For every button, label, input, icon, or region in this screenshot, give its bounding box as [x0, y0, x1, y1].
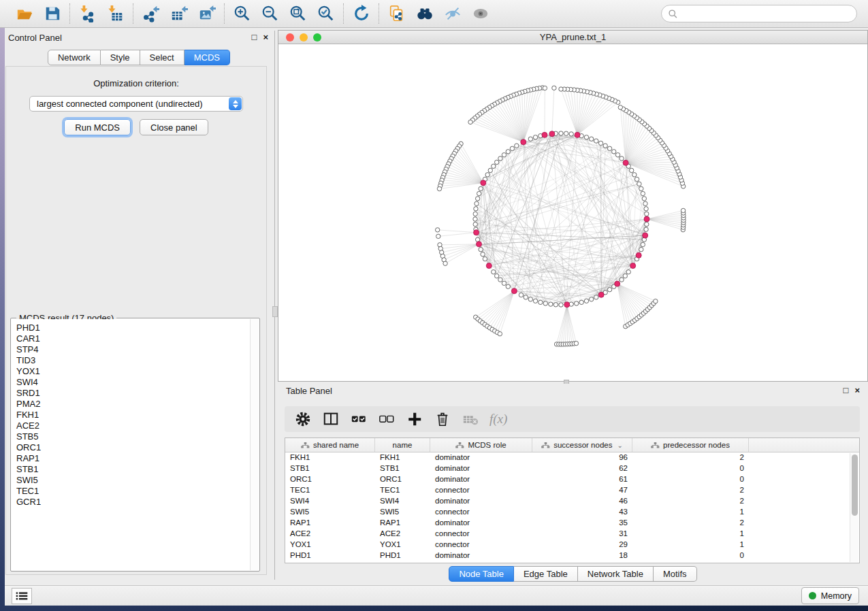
network-window-titlebar[interactable]: YPA_prune.txt_1: [278, 31, 867, 44]
optimization-criterion-dropdown[interactable]: largest connected component (undirected): [29, 96, 243, 112]
graph-node[interactable]: [637, 182, 641, 186]
import-network-button[interactable]: [78, 5, 97, 23]
plus-button[interactable]: [406, 410, 423, 428]
graph-hub-node[interactable]: [477, 242, 482, 247]
graph-node[interactable]: [589, 297, 593, 301]
column-header-name[interactable]: name: [375, 438, 430, 452]
maximize-window-icon[interactable]: [313, 33, 321, 42]
checkboxes-unchecked-button[interactable]: [378, 410, 396, 428]
graph-hub-node[interactable]: [474, 230, 479, 235]
tab-style[interactable]: Style: [101, 50, 140, 65]
table-row[interactable]: STB1STB1dominator620: [285, 463, 859, 474]
mcds-result-item[interactable]: STP4: [16, 344, 259, 355]
tab-network-table[interactable]: Network Table: [578, 566, 654, 582]
graph-node[interactable]: [502, 281, 506, 285]
graph-node[interactable]: [632, 173, 637, 177]
graph-node[interactable]: [575, 301, 579, 306]
checkboxes-checked-button[interactable]: [350, 410, 368, 428]
graph-node[interactable]: [629, 168, 633, 172]
mcds-result-item[interactable]: TEC1: [16, 486, 259, 497]
zoom-in-button[interactable]: [233, 5, 251, 23]
table-row[interactable]: FKH1FKH1dominator962: [285, 452, 859, 463]
graph-node[interactable]: [643, 201, 647, 205]
graph-hub-node[interactable]: [481, 180, 486, 186]
graph-hub-node[interactable]: [643, 233, 648, 238]
graph-node[interactable]: [524, 295, 528, 299]
graph-node[interactable]: [485, 173, 489, 177]
graph-leaf-node[interactable]: [559, 87, 563, 91]
show-panels-button[interactable]: [12, 588, 32, 604]
graph-node[interactable]: [473, 212, 477, 216]
mcds-result-list[interactable]: PHD1CAR1STP4TID3YOX1SWI4SRD1PMA2FKH1ACE2…: [12, 319, 259, 570]
graph-hub-node[interactable]: [521, 139, 526, 145]
mcds-result-item[interactable]: PHD1: [16, 323, 259, 333]
tab-mcds[interactable]: MCDS: [184, 50, 230, 65]
graph-hub-node[interactable]: [486, 263, 492, 269]
vertical-splitter-grip[interactable]: [272, 306, 278, 317]
graph-hub-node[interactable]: [636, 252, 641, 258]
mcds-result-item[interactable]: YOX1: [16, 366, 259, 377]
zoom-fit-button[interactable]: [289, 5, 307, 23]
tab-edge-table[interactable]: Edge Table: [514, 566, 578, 582]
graph-leaf-node[interactable]: [437, 186, 441, 191]
graph-node[interactable]: [475, 237, 479, 242]
graph-leaf-node[interactable]: [574, 341, 578, 345]
float-panel-icon[interactable]: □: [252, 32, 257, 43]
graph-leaf-node[interactable]: [618, 105, 622, 110]
graph-node[interactable]: [506, 284, 510, 288]
graph-node[interactable]: [639, 247, 643, 251]
mcds-result-item[interactable]: RAP1: [16, 453, 259, 464]
graph-node[interactable]: [479, 247, 483, 251]
mcds-result-item[interactable]: ORC1: [16, 442, 259, 453]
trash-button[interactable]: [434, 410, 451, 428]
table-row[interactable]: ACE2ACE2connector311: [285, 529, 859, 540]
graph-node[interactable]: [559, 303, 563, 307]
graph-node[interactable]: [589, 137, 593, 141]
table-scrollbar[interactable]: [850, 453, 858, 562]
graph-leaf-node[interactable]: [443, 261, 447, 265]
search-box[interactable]: [661, 5, 857, 22]
mcds-result-item[interactable]: CAR1: [16, 333, 259, 344]
copy-network-button[interactable]: [387, 5, 406, 23]
graph-node[interactable]: [515, 144, 519, 148]
mcds-result-item[interactable]: GCR1: [16, 497, 259, 508]
graph-node[interactable]: [553, 303, 558, 307]
graph-hub-node[interactable]: [511, 288, 517, 294]
column-header-shared-name[interactable]: shared name: [285, 438, 375, 452]
table-row[interactable]: TEC1TEC1connector472: [285, 485, 859, 496]
graph-node[interactable]: [569, 132, 573, 136]
graph-hub-node[interactable]: [575, 132, 580, 137]
graph-node[interactable]: [494, 274, 498, 278]
graph-node[interactable]: [641, 242, 645, 246]
graph-node[interactable]: [620, 278, 624, 282]
graph-hub-node[interactable]: [630, 263, 636, 269]
mcds-result-item[interactable]: SWI5: [16, 475, 259, 486]
graph-node[interactable]: [533, 135, 537, 139]
graph-node[interactable]: [645, 212, 649, 216]
network-canvas[interactable]: [278, 44, 867, 381]
graph-node[interactable]: [559, 131, 563, 135]
mcds-result-item[interactable]: SWI4: [16, 377, 259, 388]
graph-node[interactable]: [492, 164, 496, 168]
zoom-out-button[interactable]: [261, 5, 279, 23]
graph-node[interactable]: [644, 227, 648, 231]
graph-leaf-node[interactable]: [436, 234, 440, 238]
close-panel-icon[interactable]: ×: [263, 32, 268, 43]
graph-node[interactable]: [477, 191, 481, 195]
table-row[interactable]: PHD1PHD1dominator180: [285, 550, 859, 561]
graph-node[interactable]: [598, 141, 602, 145]
graph-node[interactable]: [492, 270, 496, 274]
table-scrollbar-thumb[interactable]: [852, 455, 858, 516]
tab-motifs[interactable]: Motifs: [654, 566, 697, 582]
search-input[interactable]: [681, 9, 850, 18]
graph-node[interactable]: [528, 137, 532, 141]
close-window-icon[interactable]: [286, 33, 294, 42]
graph-node[interactable]: [543, 301, 547, 306]
graph-node[interactable]: [584, 299, 588, 303]
export-table-button[interactable]: [170, 5, 188, 23]
graph-node[interactable]: [502, 152, 506, 156]
binoculars-button[interactable]: [415, 5, 434, 23]
graph-hub-node[interactable]: [564, 302, 570, 308]
graph-node[interactable]: [481, 252, 485, 257]
mcds-result-item[interactable]: STB5: [16, 431, 259, 442]
